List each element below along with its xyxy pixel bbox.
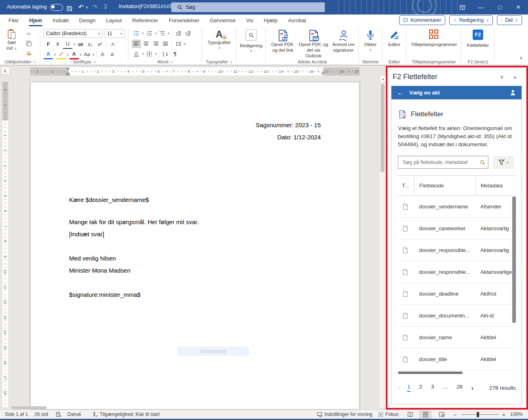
editor-button[interactable]: Editor bbox=[382, 29, 406, 47]
ribbon-tab[interactable]: Filer bbox=[3, 15, 24, 26]
increase-indent-button[interactable] bbox=[183, 29, 193, 38]
chevron-down-icon[interactable]: ∨ bbox=[168, 32, 170, 35]
table-row[interactable]: dossier_deadline Aktfrist bbox=[398, 283, 516, 305]
format-painter-button[interactable] bbox=[24, 49, 34, 57]
dialog-launcher-icon[interactable]: ↘ bbox=[170, 60, 173, 64]
multilevel-list-button[interactable] bbox=[158, 29, 167, 38]
pagination-page[interactable]: 28 bbox=[456, 384, 463, 392]
chevron-down-icon[interactable]: ∨ bbox=[73, 42, 76, 46]
italic-button[interactable]: K bbox=[53, 40, 63, 48]
create-pdf-share-link-button[interactable]: Opret PDF, og del link bbox=[268, 29, 297, 53]
create-pdf-outlook-button[interactable]: Opret PDF, og del via Outlook bbox=[298, 29, 329, 59]
column-header-type[interactable]: T... bbox=[398, 183, 414, 189]
scrollbar-thumb[interactable] bbox=[11, 406, 47, 409]
ribbon-tab[interactable]: Forsendelser bbox=[164, 15, 205, 26]
back-arrow-icon[interactable]: ← bbox=[397, 89, 404, 97]
ribbon-display-options-button[interactable] bbox=[453, 0, 471, 15]
language-indicator[interactable]: Dansk bbox=[67, 412, 81, 417]
addins-button[interactable]: Tilføjelsesprogrammer bbox=[406, 29, 461, 47]
shrink-font-button[interactable]: Aˇ bbox=[108, 50, 117, 59]
accessibility-status[interactable]: Tilgængelighed: Klar til start bbox=[92, 412, 160, 417]
table-row[interactable]: dossier_responsible... Aktansvarliges bbox=[398, 261, 516, 283]
panel-chevron-down-icon[interactable]: ∨ bbox=[500, 74, 504, 80]
focus-button[interactable]: Fokus bbox=[378, 412, 399, 417]
undo-icon[interactable]: ↶ bbox=[78, 3, 84, 11]
column-header-metadata[interactable]: Metadata bbox=[475, 176, 516, 195]
chevron-down-icon[interactable]: ∨ bbox=[184, 42, 186, 46]
zoom-in-button[interactable]: + bbox=[502, 412, 505, 418]
word-count[interactable]: 26 ord bbox=[34, 412, 48, 417]
autosave-toggle[interactable] bbox=[50, 4, 63, 11]
table-vertical-scrollbar-thumb[interactable] bbox=[512, 197, 516, 323]
merge-field-search[interactable] bbox=[398, 156, 488, 169]
shading-button[interactable] bbox=[132, 50, 141, 58]
table-row[interactable]: dossier_caseworker Aktansvarlig bbox=[398, 218, 516, 239]
show-formatting-marks-button[interactable]: ¶ bbox=[170, 50, 180, 58]
text-effects-button[interactable]: A bbox=[44, 50, 53, 59]
request-signatures-button[interactable]: Anmod om signaturer bbox=[330, 29, 357, 53]
grow-font-button[interactable]: Aˆ bbox=[98, 50, 107, 59]
underline-button[interactable]: U bbox=[63, 40, 72, 49]
zoom-slider-track[interactable] bbox=[461, 414, 499, 415]
table-row[interactable]: dossier_documentn... Akt-id bbox=[398, 305, 516, 327]
chevron-down-icon[interactable]: ∨ bbox=[142, 52, 144, 56]
cut-button[interactable]: ✂ bbox=[24, 29, 34, 38]
pagination-page[interactable]: ... bbox=[443, 384, 448, 392]
dialog-launcher-icon[interactable]: ↘ bbox=[93, 60, 96, 64]
pagination-page[interactable]: 1 bbox=[407, 384, 410, 392]
chevron-down-icon[interactable]: ∨ bbox=[155, 52, 157, 56]
chevron-down-icon[interactable]: ∨ bbox=[54, 53, 56, 57]
table-horizontal-scrollbar-thumb[interactable] bbox=[398, 372, 463, 374]
page-count[interactable]: Side 1 af 1 bbox=[5, 412, 28, 417]
ribbon-tab[interactable]: Layout bbox=[101, 15, 127, 26]
align-center-button[interactable] bbox=[141, 40, 151, 48]
table-row[interactable]: dossier_name Akttitel bbox=[398, 327, 516, 349]
subscript-button[interactable]: x₂ bbox=[86, 40, 95, 48]
copy-button[interactable] bbox=[24, 39, 34, 48]
tab-stop-selector[interactable]: L bbox=[1, 67, 10, 75]
numbered-list-button[interactable] bbox=[145, 29, 154, 38]
chevron-down-icon[interactable]: ∨ bbox=[93, 53, 95, 57]
bullet-list-button[interactable] bbox=[132, 29, 141, 38]
select-record-bar[interactable]: ← Vælg en akt bbox=[391, 86, 522, 99]
align-right-button[interactable] bbox=[151, 40, 160, 48]
panel-close-icon[interactable]: × bbox=[513, 74, 517, 81]
filter-button[interactable]: ✓ ∨ bbox=[492, 156, 514, 169]
ribbon-tab[interactable]: Indsæt bbox=[47, 15, 74, 26]
share-button[interactable]: Del ∨ bbox=[497, 15, 522, 25]
table-row[interactable]: dossier_title Akttitel bbox=[398, 349, 516, 370]
scroll-up-icon[interactable]: ▲ bbox=[380, 76, 386, 82]
print-layout-button[interactable] bbox=[419, 410, 431, 419]
undo-chevron-icon[interactable]: ∨ bbox=[86, 5, 88, 9]
paste-button[interactable]: Sæt ind ∨ bbox=[6, 29, 17, 52]
strikethrough-button[interactable]: ab bbox=[76, 40, 85, 48]
document-page[interactable]: Sagsnummer: 2023 - 15 Dato: 1/12-2024 Kæ… bbox=[30, 82, 360, 410]
dictate-button[interactable]: Dikter ∨ bbox=[359, 29, 382, 53]
font-size-select[interactable]: 11∨ bbox=[105, 29, 125, 38]
line-spacing-button[interactable] bbox=[174, 40, 183, 48]
editing-dropdown-button[interactable]: Redigering ∨ bbox=[236, 29, 266, 54]
borders-button[interactable] bbox=[145, 50, 154, 58]
ribbon-tab[interactable]: Gennemse bbox=[205, 15, 241, 26]
chevron-down-icon[interactable]: ∨ bbox=[142, 32, 144, 35]
ribbon-tab[interactable]: Design bbox=[74, 15, 101, 26]
change-case-button[interactable]: Aa bbox=[82, 50, 92, 59]
table-row[interactable]: dossier_responsible... Aktansvarlig bbox=[398, 239, 516, 261]
align-left-button[interactable] bbox=[132, 40, 141, 48]
quick-access-overflow-icon[interactable]: ∨ bbox=[104, 5, 107, 10]
clear-formatting-button[interactable]: A bbox=[108, 40, 118, 48]
sort-button[interactable] bbox=[161, 50, 170, 58]
document-horizontal-scrollbar[interactable] bbox=[9, 406, 377, 410]
zoom-slider-thumb[interactable] bbox=[477, 412, 479, 417]
read-mode-button[interactable] bbox=[404, 410, 416, 419]
zoom-out-button[interactable]: − bbox=[453, 412, 456, 418]
styles-button[interactable]: A Typografier ∨ bbox=[202, 29, 236, 51]
left-indent-marker[interactable] bbox=[66, 74, 70, 76]
ribbon-tab[interactable]: Acrobat bbox=[283, 15, 311, 26]
pagination-page[interactable]: 3 bbox=[431, 384, 434, 392]
editing-mode-button[interactable]: Redigering ∨ bbox=[449, 15, 493, 25]
ribbon-tab[interactable]: Hjælp bbox=[259, 15, 283, 26]
ribbon-tab[interactable]: Hjem bbox=[24, 15, 47, 26]
save-icon[interactable] bbox=[66, 4, 73, 12]
ribbon-tab[interactable]: Vis bbox=[241, 15, 259, 26]
